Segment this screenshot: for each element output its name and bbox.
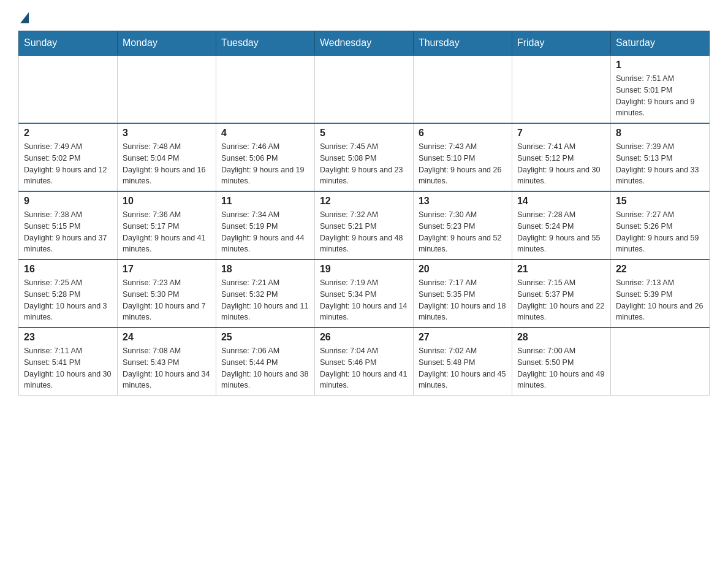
day-info: Sunrise: 7:43 AM Sunset: 5:10 PM Dayligh… bbox=[419, 141, 507, 187]
day-number: 2 bbox=[24, 128, 112, 139]
week-row-5: 23Sunrise: 7:11 AM Sunset: 5:41 PM Dayli… bbox=[19, 327, 710, 396]
column-header-tuesday: Tuesday bbox=[216, 31, 314, 56]
day-info: Sunrise: 7:28 AM Sunset: 5:24 PM Dayligh… bbox=[517, 209, 605, 255]
calendar-cell: 23Sunrise: 7:11 AM Sunset: 5:41 PM Dayli… bbox=[19, 327, 118, 396]
day-info: Sunrise: 7:30 AM Sunset: 5:23 PM Dayligh… bbox=[419, 209, 507, 255]
calendar-cell: 5Sunrise: 7:45 AM Sunset: 5:08 PM Daylig… bbox=[314, 123, 413, 191]
day-info: Sunrise: 7:45 AM Sunset: 5:08 PM Dayligh… bbox=[320, 141, 408, 187]
calendar-cell: 15Sunrise: 7:27 AM Sunset: 5:26 PM Dayli… bbox=[610, 191, 709, 259]
day-number: 11 bbox=[221, 196, 309, 207]
day-number: 17 bbox=[123, 264, 211, 275]
day-number: 22 bbox=[616, 264, 704, 275]
day-number: 5 bbox=[320, 128, 408, 139]
calendar-cell: 28Sunrise: 7:00 AM Sunset: 5:50 PM Dayli… bbox=[512, 327, 610, 396]
day-number: 13 bbox=[419, 196, 507, 207]
calendar-table: SundayMondayTuesdayWednesdayThursdayFrid… bbox=[18, 31, 710, 396]
calendar-cell: 20Sunrise: 7:17 AM Sunset: 5:35 PM Dayli… bbox=[413, 259, 512, 327]
day-info: Sunrise: 7:08 AM Sunset: 5:43 PM Dayligh… bbox=[123, 345, 211, 391]
day-info: Sunrise: 7:11 AM Sunset: 5:41 PM Dayligh… bbox=[24, 345, 112, 391]
calendar-cell bbox=[512, 55, 610, 123]
day-info: Sunrise: 7:13 AM Sunset: 5:39 PM Dayligh… bbox=[616, 277, 704, 323]
day-number: 16 bbox=[24, 264, 112, 275]
column-header-saturday: Saturday bbox=[610, 31, 709, 56]
calendar-cell: 6Sunrise: 7:43 AM Sunset: 5:10 PM Daylig… bbox=[413, 123, 512, 191]
calendar-cell bbox=[117, 55, 216, 123]
day-info: Sunrise: 7:38 AM Sunset: 5:15 PM Dayligh… bbox=[24, 209, 112, 255]
day-info: Sunrise: 7:15 AM Sunset: 5:37 PM Dayligh… bbox=[517, 277, 605, 323]
day-info: Sunrise: 7:27 AM Sunset: 5:26 PM Dayligh… bbox=[616, 209, 704, 255]
calendar-cell: 16Sunrise: 7:25 AM Sunset: 5:28 PM Dayli… bbox=[19, 259, 118, 327]
calendar-cell: 19Sunrise: 7:19 AM Sunset: 5:34 PM Dayli… bbox=[314, 259, 413, 327]
calendar-cell: 10Sunrise: 7:36 AM Sunset: 5:17 PM Dayli… bbox=[117, 191, 216, 259]
day-info: Sunrise: 7:04 AM Sunset: 5:46 PM Dayligh… bbox=[320, 345, 408, 391]
calendar-cell: 1Sunrise: 7:51 AM Sunset: 5:01 PM Daylig… bbox=[610, 55, 709, 123]
calendar-cell: 27Sunrise: 7:02 AM Sunset: 5:48 PM Dayli… bbox=[413, 327, 512, 396]
column-header-thursday: Thursday bbox=[413, 31, 512, 56]
day-number: 20 bbox=[419, 264, 507, 275]
day-info: Sunrise: 7:48 AM Sunset: 5:04 PM Dayligh… bbox=[123, 141, 211, 187]
day-info: Sunrise: 7:00 AM Sunset: 5:50 PM Dayligh… bbox=[517, 345, 605, 391]
day-number: 19 bbox=[320, 264, 408, 275]
calendar-cell: 22Sunrise: 7:13 AM Sunset: 5:39 PM Dayli… bbox=[610, 259, 709, 327]
day-info: Sunrise: 7:49 AM Sunset: 5:02 PM Dayligh… bbox=[24, 141, 112, 187]
page-header bbox=[18, 12, 710, 25]
day-info: Sunrise: 7:06 AM Sunset: 5:44 PM Dayligh… bbox=[221, 345, 309, 391]
day-number: 8 bbox=[616, 128, 704, 139]
day-number: 21 bbox=[517, 264, 605, 275]
day-number: 10 bbox=[123, 196, 211, 207]
calendar-cell: 3Sunrise: 7:48 AM Sunset: 5:04 PM Daylig… bbox=[117, 123, 216, 191]
day-number: 27 bbox=[419, 332, 507, 343]
calendar-cell: 8Sunrise: 7:39 AM Sunset: 5:13 PM Daylig… bbox=[610, 123, 709, 191]
calendar-cell: 12Sunrise: 7:32 AM Sunset: 5:21 PM Dayli… bbox=[314, 191, 413, 259]
week-row-3: 9Sunrise: 7:38 AM Sunset: 5:15 PM Daylig… bbox=[19, 191, 710, 259]
calendar-cell: 18Sunrise: 7:21 AM Sunset: 5:32 PM Dayli… bbox=[216, 259, 314, 327]
calendar-cell: 26Sunrise: 7:04 AM Sunset: 5:46 PM Dayli… bbox=[314, 327, 413, 396]
column-header-monday: Monday bbox=[117, 31, 216, 56]
calendar-cell: 2Sunrise: 7:49 AM Sunset: 5:02 PM Daylig… bbox=[19, 123, 118, 191]
logo bbox=[18, 12, 29, 25]
day-info: Sunrise: 7:02 AM Sunset: 5:48 PM Dayligh… bbox=[419, 345, 507, 391]
day-number: 9 bbox=[24, 196, 112, 207]
calendar-cell: 25Sunrise: 7:06 AM Sunset: 5:44 PM Dayli… bbox=[216, 327, 314, 396]
column-header-sunday: Sunday bbox=[19, 31, 118, 56]
day-number: 28 bbox=[517, 332, 605, 343]
week-row-4: 16Sunrise: 7:25 AM Sunset: 5:28 PM Dayli… bbox=[19, 259, 710, 327]
day-info: Sunrise: 7:32 AM Sunset: 5:21 PM Dayligh… bbox=[320, 209, 408, 255]
day-number: 14 bbox=[517, 196, 605, 207]
day-info: Sunrise: 7:23 AM Sunset: 5:30 PM Dayligh… bbox=[123, 277, 211, 323]
day-number: 12 bbox=[320, 196, 408, 207]
calendar-cell: 17Sunrise: 7:23 AM Sunset: 5:30 PM Dayli… bbox=[117, 259, 216, 327]
day-number: 15 bbox=[616, 196, 704, 207]
day-number: 23 bbox=[24, 332, 112, 343]
calendar-cell bbox=[610, 327, 709, 396]
week-row-2: 2Sunrise: 7:49 AM Sunset: 5:02 PM Daylig… bbox=[19, 123, 710, 191]
day-info: Sunrise: 7:51 AM Sunset: 5:01 PM Dayligh… bbox=[616, 73, 704, 119]
calendar-cell bbox=[216, 55, 314, 123]
calendar-cell: 13Sunrise: 7:30 AM Sunset: 5:23 PM Dayli… bbox=[413, 191, 512, 259]
calendar-header-row: SundayMondayTuesdayWednesdayThursdayFrid… bbox=[19, 31, 710, 56]
day-info: Sunrise: 7:19 AM Sunset: 5:34 PM Dayligh… bbox=[320, 277, 408, 323]
day-number: 1 bbox=[616, 59, 704, 71]
calendar-cell: 9Sunrise: 7:38 AM Sunset: 5:15 PM Daylig… bbox=[19, 191, 118, 259]
day-info: Sunrise: 7:41 AM Sunset: 5:12 PM Dayligh… bbox=[517, 141, 605, 187]
logo-triangle-icon bbox=[20, 12, 29, 23]
day-info: Sunrise: 7:34 AM Sunset: 5:19 PM Dayligh… bbox=[221, 209, 309, 255]
day-number: 3 bbox=[123, 128, 211, 139]
column-header-friday: Friday bbox=[512, 31, 610, 56]
week-row-1: 1Sunrise: 7:51 AM Sunset: 5:01 PM Daylig… bbox=[19, 55, 710, 123]
calendar-cell bbox=[413, 55, 512, 123]
day-number: 4 bbox=[221, 128, 309, 139]
calendar-cell: 14Sunrise: 7:28 AM Sunset: 5:24 PM Dayli… bbox=[512, 191, 610, 259]
calendar-cell: 11Sunrise: 7:34 AM Sunset: 5:19 PM Dayli… bbox=[216, 191, 314, 259]
calendar-cell: 24Sunrise: 7:08 AM Sunset: 5:43 PM Dayli… bbox=[117, 327, 216, 396]
calendar-cell bbox=[19, 55, 118, 123]
day-number: 24 bbox=[123, 332, 211, 343]
calendar-cell: 4Sunrise: 7:46 AM Sunset: 5:06 PM Daylig… bbox=[216, 123, 314, 191]
day-info: Sunrise: 7:21 AM Sunset: 5:32 PM Dayligh… bbox=[221, 277, 309, 323]
day-info: Sunrise: 7:46 AM Sunset: 5:06 PM Dayligh… bbox=[221, 141, 309, 187]
day-number: 25 bbox=[221, 332, 309, 343]
day-info: Sunrise: 7:17 AM Sunset: 5:35 PM Dayligh… bbox=[419, 277, 507, 323]
day-info: Sunrise: 7:36 AM Sunset: 5:17 PM Dayligh… bbox=[123, 209, 211, 255]
day-number: 7 bbox=[517, 128, 605, 139]
day-number: 18 bbox=[221, 264, 309, 275]
